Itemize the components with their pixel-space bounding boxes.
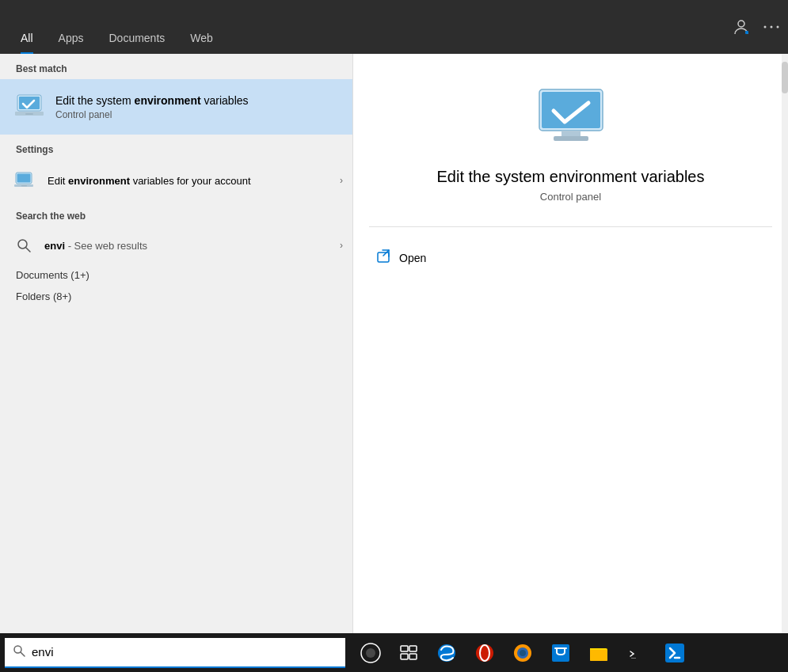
settings-env-chevron: › bbox=[340, 175, 343, 186]
nav-right bbox=[733, 18, 780, 36]
top-nav: All Apps Documents Web bbox=[0, 0, 788, 54]
taskbar-edge[interactable] bbox=[429, 636, 464, 670]
best-match-text: Edit the system environment variables Co… bbox=[55, 93, 249, 120]
web-search-item[interactable]: envi - See web results › bbox=[0, 226, 352, 264]
svg-point-24 bbox=[366, 648, 375, 658]
web-label: Search the web bbox=[0, 201, 352, 226]
svg-rect-36 bbox=[554, 647, 567, 649]
tab-apps[interactable]: Apps bbox=[46, 0, 97, 54]
web-search-text: envi - See web results bbox=[44, 240, 147, 252]
svg-rect-27 bbox=[401, 654, 408, 659]
svg-rect-1 bbox=[745, 31, 748, 34]
right-panel: Edit the system environment variables Co… bbox=[352, 54, 788, 633]
nav-tabs: All Apps Documents Web bbox=[8, 0, 226, 54]
svg-rect-28 bbox=[409, 654, 417, 659]
left-panel: Best match bbox=[0, 54, 352, 633]
taskbar-taskview[interactable] bbox=[391, 636, 426, 670]
web-search-chevron: › bbox=[340, 240, 343, 251]
svg-rect-8 bbox=[25, 113, 33, 115]
best-match-item[interactable]: Edit the system environment variables Co… bbox=[0, 79, 352, 135]
more-options-button[interactable] bbox=[763, 18, 780, 36]
svg-rect-35 bbox=[552, 644, 569, 662]
svg-point-4 bbox=[777, 26, 779, 28]
svg-rect-19 bbox=[378, 252, 389, 262]
open-label: Open bbox=[399, 252, 426, 264]
right-scrollbar[interactable] bbox=[782, 54, 788, 633]
person-icon-button[interactable] bbox=[733, 18, 750, 36]
svg-point-13 bbox=[18, 240, 27, 249]
taskbar-search-icon bbox=[13, 644, 25, 659]
taskbar-search-input[interactable] bbox=[32, 645, 337, 659]
best-match-subtitle: Control panel bbox=[55, 109, 249, 120]
svg-rect-12 bbox=[21, 185, 27, 187]
taskbar-explorer[interactable] bbox=[581, 636, 616, 670]
svg-rect-6 bbox=[19, 97, 40, 109]
svg-rect-10 bbox=[17, 174, 31, 183]
svg-point-3 bbox=[771, 26, 773, 28]
svg-point-34 bbox=[520, 650, 526, 656]
settings-label: Settings bbox=[0, 135, 352, 160]
settings-env-item[interactable]: Edit environment variables for your acco… bbox=[0, 160, 352, 201]
detail-subtitle: Control panel bbox=[540, 191, 601, 203]
taskbar-store[interactable] bbox=[543, 636, 578, 670]
taskbar-cortana[interactable] bbox=[353, 636, 388, 670]
settings-env-text: Edit environment variables for your acco… bbox=[48, 175, 251, 187]
detail-icon bbox=[531, 85, 611, 152]
svg-rect-25 bbox=[401, 646, 408, 651]
svg-rect-18 bbox=[554, 136, 588, 141]
web-search-icon bbox=[13, 234, 35, 256]
taskbar-firefox[interactable] bbox=[505, 636, 540, 670]
taskbar-icons: _ bbox=[353, 636, 692, 670]
svg-point-0 bbox=[738, 21, 744, 27]
svg-line-14 bbox=[26, 248, 30, 252]
taskbar-terminal[interactable]: _ bbox=[619, 636, 654, 670]
svg-rect-38 bbox=[590, 650, 607, 661]
svg-point-30 bbox=[476, 644, 493, 662]
svg-rect-17 bbox=[561, 131, 581, 137]
taskbar-vscode[interactable] bbox=[657, 636, 692, 670]
settings-env-icon bbox=[13, 168, 38, 193]
open-icon bbox=[377, 249, 391, 267]
tab-all[interactable]: All bbox=[8, 0, 46, 54]
best-match-title: Edit the system environment variables bbox=[55, 93, 249, 108]
documents-result[interactable]: Documents (1+) bbox=[0, 264, 352, 286]
open-action[interactable]: Open bbox=[369, 243, 772, 273]
svg-rect-26 bbox=[409, 646, 417, 651]
svg-line-22 bbox=[21, 652, 25, 656]
best-match-icon bbox=[13, 90, 46, 123]
taskbar: _ bbox=[0, 633, 788, 672]
tab-documents[interactable]: Documents bbox=[96, 0, 177, 54]
folders-result[interactable]: Folders (8+) bbox=[0, 286, 352, 307]
scrollbar-thumb bbox=[782, 62, 788, 93]
svg-point-2 bbox=[764, 26, 767, 28]
detail-divider bbox=[369, 226, 772, 227]
taskbar-search-box[interactable] bbox=[5, 638, 345, 668]
detail-title: Edit the system environment variables bbox=[437, 168, 705, 186]
taskbar-opera[interactable] bbox=[467, 636, 502, 670]
content-area: Best match bbox=[0, 54, 788, 633]
best-match-label: Best match bbox=[0, 54, 352, 79]
svg-rect-16 bbox=[542, 92, 600, 128]
tab-web[interactable]: Web bbox=[177, 0, 226, 54]
